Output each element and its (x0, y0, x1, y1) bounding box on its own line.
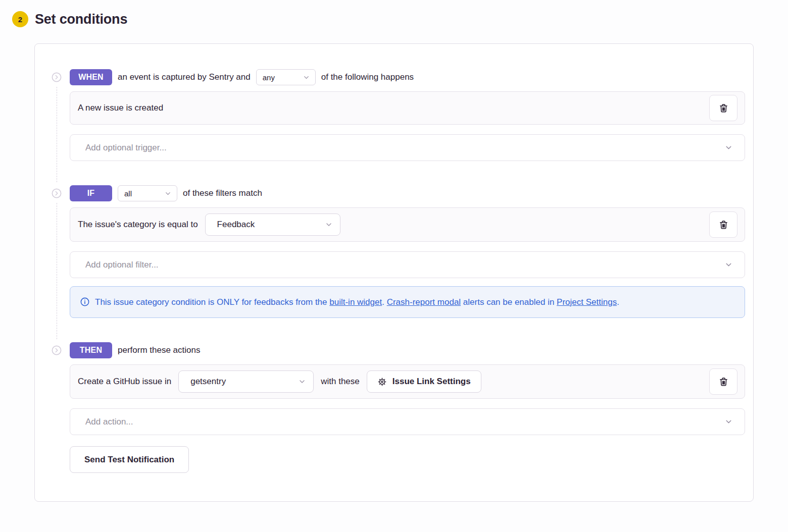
page-title: Set conditions (35, 12, 127, 27)
if-gutter (51, 188, 62, 342)
add-action-placeholder: Add action... (85, 417, 133, 427)
action-label-before: Create a GitHub issue in (78, 377, 171, 387)
alert-text: This issue category condition is ONLY fo… (95, 297, 329, 307)
send-test-notification-button[interactable]: Send Test Notification (70, 446, 189, 473)
chevron-circle-icon (51, 345, 62, 356)
then-badge: THEN (70, 342, 112, 358)
chevron-down-icon (724, 417, 733, 426)
if-aggregation-value: all (124, 189, 132, 198)
chevron-down-icon (303, 74, 310, 81)
trash-icon (718, 103, 729, 114)
alert-text: alerts can be enabled in (461, 297, 557, 307)
step-number-badge: 2 (12, 11, 28, 27)
section-connector-line (57, 87, 57, 182)
action-label-middle: with these (321, 377, 360, 387)
if-heading: IF all of these filters match (70, 185, 745, 201)
when-badge: WHEN (70, 69, 112, 85)
delete-trigger-button[interactable] (709, 95, 737, 121)
trash-icon (718, 220, 729, 230)
then-text-after: perform these actions (118, 345, 200, 355)
when-section: WHEN an event is captured by Sentry and … (51, 69, 745, 185)
when-gutter (51, 72, 62, 185)
gear-icon (377, 377, 387, 387)
issue-category-value: Feedback (217, 220, 255, 230)
github-repo-select[interactable]: getsentry (178, 370, 314, 393)
project-settings-link[interactable]: Project Settings (557, 297, 617, 307)
chevron-down-icon (724, 143, 733, 152)
trigger-condition-label: A new issue is created (78, 103, 163, 113)
then-heading: THEN perform these actions (70, 342, 745, 358)
chevron-down-icon (325, 221, 333, 229)
add-optional-filter-placeholder: Add optional filter... (85, 260, 159, 270)
alert-text: . (617, 297, 619, 307)
if-section: IF all of these filters match The issue'… (51, 185, 745, 342)
chevron-circle-icon (51, 188, 62, 199)
chevron-down-icon (164, 190, 172, 197)
when-heading: WHEN an event is captured by Sentry and … (70, 69, 745, 85)
trigger-condition-row: A new issue is created (70, 91, 745, 125)
info-icon (80, 297, 90, 307)
when-aggregation-value: any (263, 73, 275, 82)
add-optional-trigger-select[interactable]: Add optional trigger... (70, 134, 745, 161)
when-aggregation-select[interactable]: any (256, 69, 316, 85)
when-text-after: of the following happens (321, 72, 414, 82)
alert-message: This issue category condition is ONLY fo… (95, 295, 619, 309)
chevron-down-icon (724, 260, 733, 269)
action-row: Create a GitHub issue in getsentry with … (70, 364, 745, 399)
filter-condition-row: The issue's category is equal to Feedbac… (70, 207, 745, 242)
set-conditions-page: 2 Set conditions WHEN an event is captur… (0, 0, 788, 502)
if-aggregation-select[interactable]: all (118, 185, 177, 201)
section-connector-line (57, 203, 57, 339)
then-section: THEN perform these actions Create a GitH… (51, 342, 745, 473)
issue-category-select[interactable]: Feedback (205, 214, 340, 236)
trash-icon (718, 377, 729, 387)
add-optional-trigger-placeholder: Add optional trigger... (85, 143, 167, 153)
crash-report-modal-link[interactable]: Crash-report modal (387, 297, 461, 307)
when-text-before: an event is captured by Sentry and (118, 72, 251, 82)
feedback-info-alert: This issue category condition is ONLY fo… (70, 286, 745, 318)
chevron-circle-icon (51, 72, 62, 83)
alert-text: . (382, 297, 386, 307)
conditions-panel: WHEN an event is captured by Sentry and … (34, 43, 754, 502)
github-repo-value: getsentry (190, 377, 226, 387)
built-in-widget-link[interactable]: built-in widget (329, 297, 382, 307)
delete-filter-button[interactable] (709, 211, 737, 238)
issue-link-settings-label: Issue Link Settings (392, 377, 471, 387)
issue-link-settings-button[interactable]: Issue Link Settings (367, 370, 481, 393)
step-header: 2 Set conditions (12, 11, 776, 27)
filter-condition-label: The issue's category is equal to (78, 220, 198, 230)
add-action-select[interactable]: Add action... (70, 408, 745, 435)
then-gutter (51, 345, 62, 473)
if-badge: IF (70, 185, 112, 201)
delete-action-button[interactable] (709, 368, 737, 395)
add-optional-filter-select[interactable]: Add optional filter... (70, 251, 745, 278)
chevron-down-icon (298, 378, 306, 386)
if-text-after: of these filters match (183, 188, 262, 198)
